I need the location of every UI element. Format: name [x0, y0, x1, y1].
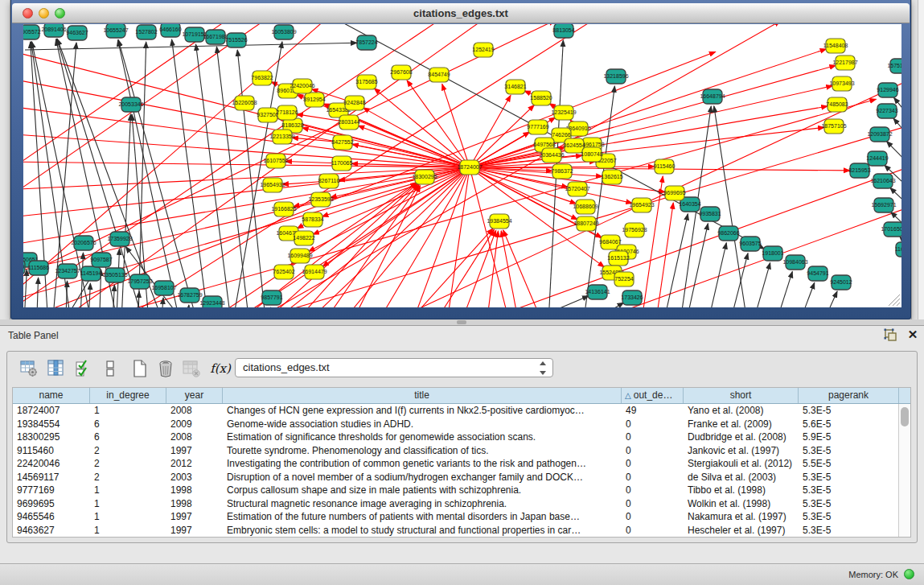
close-panel-icon[interactable]: ✕: [906, 328, 920, 342]
graph-node-label: 9777169: [527, 124, 548, 130]
column-header-out-degree[interactable]: △out_de…: [622, 388, 684, 403]
graph-node-label: 16099489: [287, 253, 312, 258]
table-cell: Structural magnetic resonance image aver…: [223, 497, 622, 511]
column-header-year[interactable]: year: [166, 388, 223, 403]
table-cell: Disruption of a novel member of a sodium…: [223, 471, 622, 484]
graph-node-label: 13218596: [603, 73, 628, 79]
graph-edge: [816, 291, 837, 307]
column-header-name[interactable]: name: [13, 388, 90, 403]
table-cell: Estimation of significance thresholds fo…: [223, 431, 622, 444]
table-cell: Changes of HCN gene expression and I(f) …: [223, 404, 622, 418]
table-cell: 0: [622, 444, 684, 458]
table-row[interactable]: 2242004622012Investigating the contribut…: [13, 457, 910, 471]
graph-node-label: 8215953: [848, 167, 870, 173]
graph-node-label: 18807249: [573, 220, 598, 226]
graph-node-label: 9129946: [877, 87, 898, 93]
table-cell: 0: [622, 431, 684, 444]
table-cell: Stergiakouli et al. (2012): [684, 457, 799, 471]
delete-column-button[interactable]: [155, 358, 176, 379]
column-header-pagerank[interactable]: pagerank: [799, 388, 899, 403]
column-header-in-degree[interactable]: in_degree: [90, 388, 166, 403]
column-header-title[interactable]: title: [223, 388, 622, 403]
vertical-scrollbar[interactable]: [898, 404, 910, 537]
table-settings-button[interactable]: [18, 358, 39, 379]
graph-edge: [564, 303, 624, 307]
table-cell: 5.6E-5: [799, 418, 899, 431]
network-table-select[interactable]: citations_edges.txt: [235, 358, 553, 377]
graph-node-label: 15751074: [887, 63, 901, 68]
table-cell: Corpus callosum shape and size in male p…: [223, 484, 622, 497]
column-header-short[interactable]: short: [684, 388, 799, 403]
table-row[interactable]: 1830029562008Estimation of significance …: [13, 431, 910, 444]
table-cell: de Silva et al. (2003): [684, 471, 799, 484]
table-cell: 0: [622, 418, 684, 431]
panel-splitter[interactable]: [0, 319, 924, 325]
unselect-all-button[interactable]: [101, 358, 121, 379]
graph-edge: [794, 282, 815, 307]
graph-node-label: 16053809: [271, 29, 296, 35]
graph-node-label: 9097587: [90, 257, 112, 262]
table-cell: 5.3E-5: [799, 404, 899, 418]
graph-node-label: 7963822: [251, 75, 273, 80]
table-row[interactable]: 946362711997Embryonic stem cells: a mode…: [13, 524, 910, 538]
table-panel-title: Table Panel: [8, 330, 59, 341]
graph-node-label: 9463627: [66, 30, 88, 35]
table-cell: 2: [90, 444, 166, 458]
window-titlebar[interactable]: citations_edges.txt: [12, 3, 910, 23]
table-cell: Tourette syndrome. Phenomenology and cla…: [223, 444, 622, 458]
graph-edge: [451, 230, 496, 307]
table-row[interactable]: 1872400712008Changes of HCN gene express…: [13, 404, 910, 418]
table-rows: 1872400712008Changes of HCN gene express…: [13, 404, 910, 537]
graph-edge: [25, 43, 357, 50]
desktop-background: citations_edges.txt 29055722089140694636…: [0, 0, 924, 322]
table-panel-frame: f(x) citations_edges.txt name in_degree …: [6, 351, 918, 543]
table-row[interactable]: 1456911722003Disruption of a novel membe…: [13, 471, 910, 484]
graph-node-label: 9857791: [261, 295, 282, 300]
new-column-button[interactable]: [129, 358, 150, 379]
table-cell: 2012: [166, 457, 223, 471]
table-cell: Embryonic stem cells: a model to study s…: [223, 524, 622, 538]
table-cell: 2: [90, 457, 166, 471]
graph-node-label: 9684067: [599, 239, 621, 245]
table-cell: 0: [622, 524, 684, 538]
graph-node-label: 13505135: [102, 272, 127, 278]
delete-table-button[interactable]: [181, 358, 202, 379]
graph-edge: [216, 47, 252, 307]
status-bar: Memory: OK: [0, 563, 924, 585]
table-cell: 1: [90, 404, 166, 418]
splitter-handle-icon[interactable]: [457, 320, 466, 324]
float-panel-icon[interactable]: [883, 328, 897, 343]
select-all-button[interactable]: [73, 358, 94, 379]
graph-node-label: 391159: [23, 264, 25, 270]
table-cell: 2008: [166, 404, 223, 418]
fx-icon: f(x): [210, 361, 231, 376]
graph-node-label: 9699695: [663, 190, 685, 196]
memory-status-indicator: [904, 569, 914, 579]
function-builder-button[interactable]: f(x): [210, 358, 231, 379]
table-cell: 1: [90, 484, 166, 497]
sort-ascending-icon: △: [625, 391, 631, 400]
table-row[interactable]: 977716911998Corpus callosum shape and si…: [13, 484, 910, 497]
graph-edge: [403, 164, 901, 307]
graph-node-label: 1733426: [621, 295, 643, 300]
table-row[interactable]: 1938455462009Genome-wide association stu…: [13, 418, 910, 431]
network-canvas-svg: 2905572208914069463627106552471527802646…: [23, 24, 901, 307]
graph-node-label: 1145194: [80, 270, 102, 276]
table-row[interactable]: 946554611997Estimation of the future num…: [13, 510, 910, 524]
table-cell: 5.9E-5: [799, 431, 899, 444]
table-row[interactable]: 969969511998Structural magnetic resonanc…: [13, 497, 910, 511]
network-canvas[interactable]: 2905572208914069463627106552471527802646…: [23, 24, 901, 307]
graph-edge: [162, 123, 901, 307]
graph-node-label: 8813054: [552, 27, 574, 33]
table-row[interactable]: 911546021997Tourette syndrome. Phenomeno…: [13, 444, 910, 458]
table-cell: 0: [622, 484, 684, 497]
table-cell: 1: [90, 510, 166, 524]
resize-grip[interactable]: [889, 295, 900, 306]
graph-node-label: 8427552: [331, 139, 353, 145]
scrollbar-thumb[interactable]: [901, 407, 909, 426]
table-cell: 1997: [166, 524, 223, 538]
select-column-button[interactable]: [46, 358, 67, 379]
graph-edge: [749, 263, 770, 307]
graph-node-label: 12213359: [269, 134, 294, 139]
graph-node-label: 16671988: [203, 34, 228, 39]
